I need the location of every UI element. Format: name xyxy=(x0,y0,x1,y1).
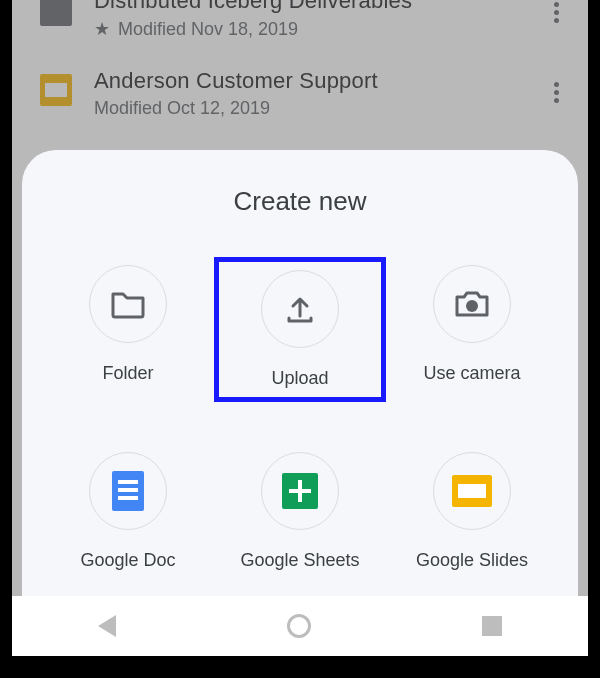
file-thumb-icon xyxy=(40,74,72,106)
option-label: Use camera xyxy=(423,363,520,384)
list-item[interactable]: Anderson Customer Support Modified Oct 1… xyxy=(12,54,588,133)
back-icon[interactable] xyxy=(98,615,116,637)
sheet-title: Create new xyxy=(42,186,558,217)
create-new-sheet: Create new Folder Upload xyxy=(22,150,578,596)
option-label: Google Doc xyxy=(80,550,175,571)
file-meta: Modified Oct 12, 2019 xyxy=(94,98,270,119)
list-item[interactable]: Distributed Iceberg Deliverables ★ Modif… xyxy=(12,0,588,54)
create-slides-button[interactable]: Google Slides xyxy=(386,444,558,579)
create-camera-button[interactable]: Use camera xyxy=(386,257,558,402)
upload-icon xyxy=(283,292,317,326)
file-meta: Modified Nov 18, 2019 xyxy=(118,19,298,40)
google-doc-icon xyxy=(112,471,144,511)
create-sheets-button[interactable]: Google Sheets xyxy=(214,444,386,579)
home-icon[interactable] xyxy=(287,614,311,638)
file-thumb-icon xyxy=(40,0,72,26)
file-title: Anderson Customer Support xyxy=(94,68,522,94)
create-doc-button[interactable]: Google Doc xyxy=(42,444,214,579)
option-label: Upload xyxy=(271,368,328,389)
create-upload-button[interactable]: Upload xyxy=(214,257,386,402)
svg-point-0 xyxy=(466,300,478,312)
create-folder-button[interactable]: Folder xyxy=(42,257,214,402)
android-navbar xyxy=(12,596,588,656)
folder-icon xyxy=(110,289,146,319)
star-icon: ★ xyxy=(94,18,110,40)
more-icon[interactable] xyxy=(544,72,568,112)
option-label: Google Sheets xyxy=(240,550,359,571)
file-list: Distributed Iceberg Deliverables ★ Modif… xyxy=(12,0,588,133)
camera-icon xyxy=(453,288,491,320)
google-sheets-icon xyxy=(282,473,318,509)
option-label: Folder xyxy=(102,363,153,384)
google-slides-icon xyxy=(452,475,492,507)
option-label: Google Slides xyxy=(416,550,528,571)
file-title: Distributed Iceberg Deliverables xyxy=(94,0,522,14)
more-icon[interactable] xyxy=(544,0,568,32)
recents-icon[interactable] xyxy=(482,616,502,636)
